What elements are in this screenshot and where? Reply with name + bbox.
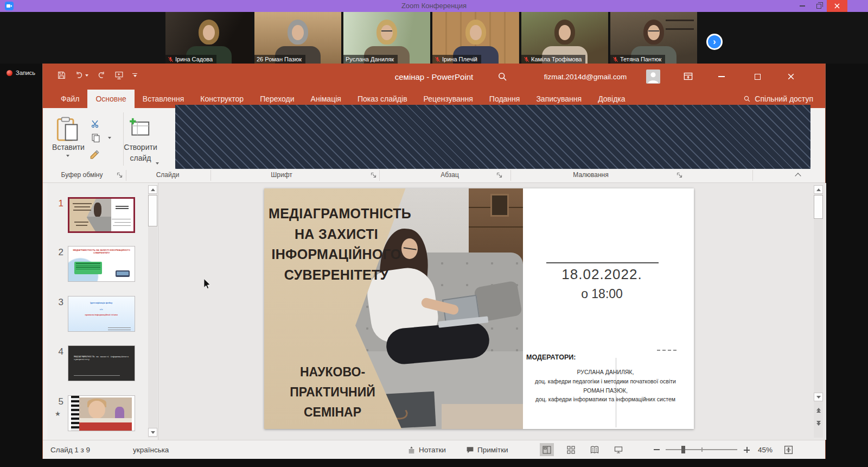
new-slide-dropdown-caret[interactable] [156,162,159,165]
restore-button[interactable] [810,0,827,12]
search-icon[interactable] [497,72,507,81]
minimize-button[interactable] [794,0,810,12]
paste-dropdown-caret[interactable] [66,155,69,157]
undo-icon [75,71,84,80]
tab-home[interactable]: Основне [87,90,134,108]
undo-button[interactable] [75,71,88,80]
participant-video-plechii[interactable]: Ірина Плечій [432,12,519,64]
seminar-type-text[interactable]: НАУКОВО- ПРАКТИЧНИЙ СЕМІНАР [271,362,394,422]
participant-video-danyliak-active-speaker[interactable]: Руслана Даниляк [343,12,430,64]
notes-toggle[interactable]: Нотатки [407,440,446,459]
person-icon [646,70,660,84]
scrollbar-thumb[interactable] [814,195,823,219]
cut-scissors-icon[interactable] [91,119,99,128]
copy-icon[interactable] [91,133,100,142]
dialog-launcher-icon[interactable] [676,172,682,178]
participant-video-trofimova[interactable]: Каміла Трофімова [521,12,608,64]
new-slide-button[interactable]: Створити слайд [116,142,165,164]
event-time[interactable]: о 18:00 [538,287,666,301]
powerpoint-window: семінар - PowerPoint fizmat.2014d@gmail.… [42,64,826,459]
close-button[interactable] [827,0,847,12]
window-close-button[interactable] [782,64,800,90]
tab-file[interactable]: Файл [53,90,87,108]
event-date[interactable]: 18.02.2022. [538,266,666,283]
account-email[interactable]: fizmat.2014d@gmail.com [526,64,645,90]
next-slide-button[interactable] [814,419,823,427]
slide-thumbnail-5[interactable] [68,395,135,431]
chevron-right-icon: › [713,37,716,46]
paste-button[interactable]: Вставити [45,143,92,152]
scroll-up-button[interactable] [148,185,157,194]
ribbon-group-labels: Буфер обміну Слайди Шрифт Абзац Малюванн… [43,169,825,183]
slide-counter[interactable]: Слайд 1 з 9 [50,440,90,459]
copy-dropdown-caret[interactable] [108,137,111,139]
slide-sorter-view-button[interactable] [564,443,578,456]
next-participants-button[interactable]: › [706,34,723,50]
paste-clipboard-icon[interactable] [56,117,80,142]
thumb3-line3: правила інформаційної гігієни [72,313,130,316]
scroll-up-button[interactable] [814,185,823,194]
zoom-percentage[interactable]: 45% [758,440,773,459]
plus-icon [744,447,750,453]
fit-slide-to-window-button[interactable] [784,440,793,459]
participant-video-paziuk[interactable]: 26 Роман Пазюк [254,12,341,64]
start-slideshow-icon[interactable] [114,71,124,80]
new-slide-icon[interactable] [127,117,150,140]
moderator-name: РУСЛАНА ДАНИЛЯК, [524,368,687,377]
moderators-list[interactable]: РУСЛАНА ДАНИЛЯК, доц. кафедри педагогіки… [524,368,687,404]
previous-slide-button[interactable] [814,406,823,414]
minus-icon [654,449,660,450]
slide-thumbnail-1-selected[interactable] [68,197,135,233]
save-icon[interactable] [57,71,66,80]
group-divider [126,170,126,181]
scrollbar-thumb[interactable] [148,195,157,226]
thumb3-line1: Ідентифікація фейку [72,301,130,304]
slide-title[interactable]: МЕДІАГРАМОТНІСТЬ НА ЗАХИСТІ ІНФОРМАЦІЙНО… [269,204,404,285]
mic-muted-icon [612,56,618,62]
zoom-in-button[interactable] [744,440,750,459]
canvas-scrollbar[interactable] [814,185,823,438]
redo-icon[interactable] [97,71,106,80]
dialog-launcher-icon[interactable] [371,172,376,178]
moderators-heading[interactable]: МОДЕРАТОРИ: [526,354,576,361]
participant-video-pantiuk[interactable]: Тетяна Пантюк [610,12,697,64]
comments-toggle[interactable]: Примітки [466,440,508,459]
account-avatar[interactable] [646,70,660,84]
window-maximize-button[interactable] [748,64,767,90]
zoom-slider-track[interactable] [666,449,737,450]
slide-number: 3 [48,297,63,308]
reading-view-button[interactable] [588,443,602,456]
slide-number: 5 [48,396,63,407]
normal-view-button[interactable] [540,443,554,456]
dialog-launcher-icon[interactable] [117,172,123,178]
status-bar: Слайд 1 з 9 українська Нотатки Примітки [43,440,825,459]
slideshow-view-button[interactable] [611,443,626,456]
participant-video-sadova[interactable]: Ірина Садова [165,12,252,64]
format-painter-icon[interactable] [90,149,99,159]
scroll-down-button[interactable] [814,393,823,401]
zoom-slider[interactable] [666,440,737,459]
slide-thumbnail-2[interactable]: МЕДІАГРАМОТНІСТЬ НА ЗАХИСТІ ІНФОРМАЦІЙНО… [68,246,135,282]
slide-1[interactable]: МЕДІАГРАМОТНІСТЬ НА ЗАХИСТІ ІНФОРМАЦІЙНО… [264,188,694,429]
decorative-dashes [657,350,676,351]
group-divider [379,170,380,181]
fit-to-window-icon [784,445,793,455]
seminar-line: СЕМІНАР [271,402,394,422]
slide-thumbnail-3[interactable]: Ідентифікація фейку або правила інформац… [68,296,135,332]
language-indicator[interactable]: українська [133,440,169,459]
thumb3-caption-lines [108,327,130,328]
dialog-launcher-icon[interactable] [496,172,502,178]
window-minimize-button[interactable] [712,64,731,90]
collapse-ribbon-button[interactable] [795,173,801,179]
participant-name: Тетяна Пантюк [620,56,661,62]
scroll-down-button[interactable] [148,428,157,437]
zoom-out-button[interactable] [654,440,660,459]
participant-name-label: Ірина Плечій [432,55,481,64]
ribbon-display-options-icon[interactable] [683,71,693,81]
customize-qat-button[interactable] [132,73,137,78]
record-label: Запись [16,70,35,76]
slide-thumbnail-4[interactable]: МЕДІАГРАМОТНІСТЬ на захисті інформаційно… [68,345,135,381]
panel-scrollbar[interactable] [148,185,157,438]
slide-editor-canvas[interactable]: МЕДІАГРАМОТНІСТЬ НА ЗАХИСТІ ІНФОРМАЦІЙНО… [158,183,826,440]
zoom-slider-thumb[interactable] [681,446,685,453]
